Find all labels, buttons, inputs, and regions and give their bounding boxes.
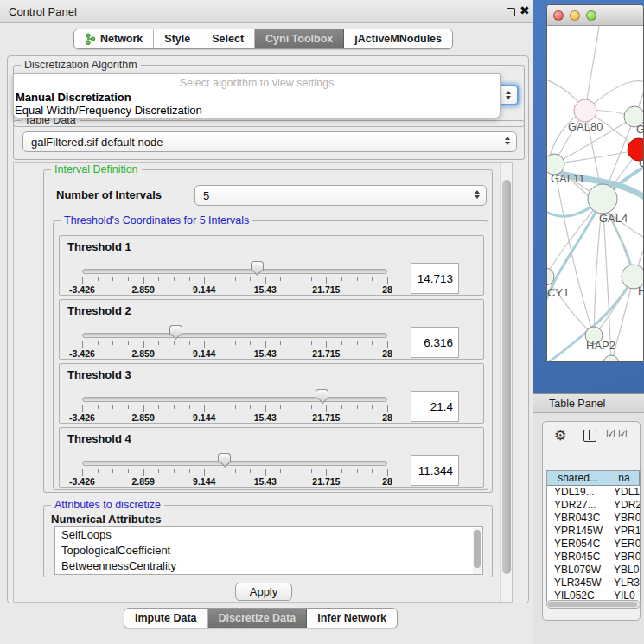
- cell-name[interactable]: YDR2: [609, 499, 640, 512]
- tab-cyni-toolbox-label: Cyni Toolbox: [265, 33, 333, 45]
- slider-thumb[interactable]: [218, 453, 231, 462]
- threshold-row: Threshold 3-3.4262.8599.14415.4321.71528…: [59, 363, 484, 424]
- float-window-icon[interactable]: [507, 8, 515, 16]
- zoom-traffic-light-icon[interactable]: [586, 10, 596, 21]
- table-row[interactable]: YDL19...YDL1: [547, 486, 640, 499]
- threshold-value-field[interactable]: 21.4: [411, 391, 459, 422]
- table-data-value: galFiltered.sif default node: [31, 136, 163, 149]
- tab-cyni-toolbox[interactable]: Cyni Toolbox: [255, 29, 344, 48]
- checkbox-icon[interactable]: ☑: [606, 428, 615, 440]
- table-row[interactable]: YBR045CYBR0: [547, 551, 640, 564]
- cell-shared-name[interactable]: YPR145W: [547, 525, 609, 538]
- table-row[interactable]: YLR345WYLR3: [547, 577, 640, 590]
- slider-scale-label: 21.715: [312, 348, 340, 359]
- table-row[interactable]: YBL079WYBL0: [547, 564, 640, 577]
- slider-track[interactable]: [82, 333, 387, 338]
- slider-scale: -3.4262.8599.14415.4321.71528: [82, 476, 387, 487]
- tab-impute-data[interactable]: Impute Data: [124, 609, 208, 628]
- table-row[interactable]: YPR145WYPR1: [547, 525, 640, 538]
- cell-name[interactable]: YBR0: [609, 551, 640, 564]
- numerical-attributes-list[interactable]: SelfLoops TopologicalCoefficient Between…: [54, 526, 483, 575]
- number-of-intervals-select[interactable]: 5: [194, 185, 487, 206]
- network-node[interactable]: [603, 355, 619, 361]
- table-header-row: shared... na: [547, 471, 640, 486]
- list-item[interactable]: TopologicalCoefficient: [55, 543, 482, 558]
- slider-scale-label: -3.426: [69, 412, 95, 423]
- table-data-select[interactable]: galFiltered.sif default node: [22, 131, 517, 152]
- vertical-scrollbar[interactable]: [500, 163, 512, 602]
- close-traffic-light-icon[interactable]: [553, 10, 564, 21]
- cell-shared-name[interactable]: YLR345W: [547, 577, 609, 590]
- cell-shared-name[interactable]: YBL079W: [547, 564, 609, 577]
- slider-thumb[interactable]: [169, 325, 182, 335]
- columns-icon[interactable]: [583, 430, 596, 442]
- cell-shared-name[interactable]: YDL19...: [547, 486, 609, 499]
- minimize-traffic-light-icon[interactable]: [570, 10, 580, 21]
- network-icon: [85, 33, 96, 46]
- table-row[interactable]: YDR27...YDR2: [547, 499, 640, 512]
- group-title: Discretization Algorithm: [21, 59, 141, 71]
- table-row[interactable]: YER054CYER0: [547, 538, 640, 551]
- dropdown-item-manual-discretization[interactable]: Manual Discretization: [16, 91, 131, 104]
- scrollbar-thumb[interactable]: [548, 602, 637, 607]
- tab-select[interactable]: Select: [201, 29, 255, 48]
- network-node[interactable]: [588, 184, 617, 214]
- node-table[interactable]: shared... na YDL19...YDL1YDR27...YDR2YBR…: [546, 470, 641, 602]
- threshold-value-field[interactable]: 11.344: [411, 455, 459, 486]
- cell-name[interactable]: YDL1: [609, 486, 640, 499]
- cell-shared-name[interactable]: YDR27...: [547, 499, 609, 512]
- network-edge[interactable]: [585, 26, 599, 111]
- combo-arrows-icon: [506, 91, 511, 99]
- close-icon[interactable]: ✖: [520, 3, 530, 17]
- cell-shared-name[interactable]: YER054C: [547, 538, 609, 551]
- table-panel-title: Table Panel: [549, 398, 605, 410]
- column-header-name[interactable]: na: [609, 471, 640, 486]
- slider-scale-label: 21.715: [312, 284, 340, 295]
- slider-thumb[interactable]: [316, 389, 328, 399]
- horizontal-scrollbar[interactable]: [546, 600, 641, 609]
- cell-name[interactable]: YBL0: [609, 564, 640, 577]
- threshold-value-field[interactable]: 14.713: [411, 263, 459, 294]
- threshold-value-field[interactable]: 6.316: [411, 327, 459, 358]
- list-item[interactable]: SelfLoops: [55, 527, 482, 543]
- cell-name[interactable]: YER0: [609, 538, 640, 551]
- cell-name[interactable]: YPR1: [609, 525, 640, 538]
- dropdown-prompt: Select algorithm to view settings: [14, 77, 500, 89]
- slider-track[interactable]: [82, 461, 387, 466]
- tab-network[interactable]: Network: [74, 29, 154, 48]
- list-item[interactable]: BetweennessCentrality: [55, 558, 482, 574]
- cell-name[interactable]: YBR0: [609, 512, 640, 525]
- slider-track[interactable]: [82, 269, 387, 274]
- tab-jactivemnodules[interactable]: jActiveMNodules: [344, 29, 452, 48]
- apply-button[interactable]: Apply: [235, 583, 292, 601]
- tab-style[interactable]: Style: [154, 29, 201, 48]
- gear-icon[interactable]: ⚙: [554, 427, 566, 443]
- threshold-coordinates-group: Threshold's Coordinates for 5 Intervals …: [53, 220, 488, 490]
- cell-shared-name[interactable]: YBR045C: [547, 551, 609, 564]
- number-of-intervals-value: 5: [203, 189, 209, 202]
- slider-scale-label: 2.859: [131, 412, 154, 423]
- algorithm-dropdown-popup: Select algorithm to view settings Manual…: [13, 73, 501, 118]
- slider-thumb[interactable]: [251, 261, 264, 271]
- node-label: C: [639, 156, 643, 169]
- tab-impute-data-label: Impute Data: [135, 612, 197, 624]
- cell-shared-name[interactable]: YBR043C: [547, 512, 609, 525]
- slider-scale-label: 2.859: [131, 284, 154, 295]
- list-scrollbar[interactable]: [473, 528, 481, 574]
- network-node[interactable]: [574, 99, 596, 122]
- tab-discretize-data[interactable]: Discretize Data: [208, 609, 308, 628]
- tab-infer-network[interactable]: Infer Network: [307, 609, 397, 628]
- table-row[interactable]: YBR043CYBR0: [547, 512, 640, 525]
- tab-style-label: Style: [164, 33, 190, 45]
- network-view-window[interactable]: GAL80GACGAL11GAL4GCY1HHAP2: [546, 4, 644, 362]
- network-window-titlebar[interactable]: [547, 5, 644, 26]
- checkbox-icon[interactable]: ☑: [618, 428, 628, 440]
- scrollbar-thumb[interactable]: [502, 180, 511, 574]
- group-title: Interval Definition: [51, 163, 142, 175]
- tab-network-label: Network: [100, 33, 143, 45]
- cell-name[interactable]: YLR3: [609, 577, 640, 590]
- network-canvas[interactable]: GAL80GACGAL11GAL4GCY1HHAP2: [547, 26, 643, 361]
- dropdown-item-equal-width-frequency[interactable]: Equal Width/Frequency Discretization: [15, 104, 202, 117]
- slider-track[interactable]: [82, 397, 387, 402]
- column-header-shared-name[interactable]: shared...: [547, 471, 609, 486]
